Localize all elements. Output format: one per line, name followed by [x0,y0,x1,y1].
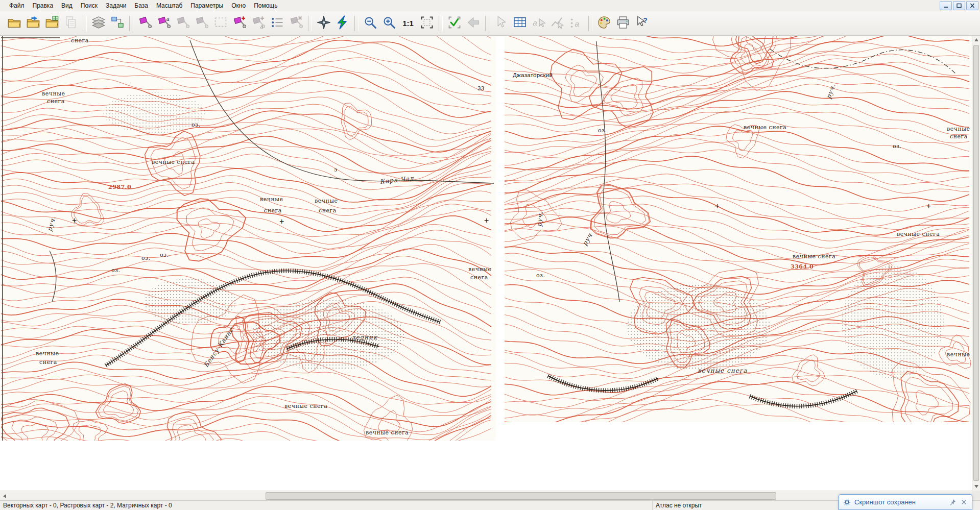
print-button[interactable] [614,14,632,33]
map-panel-left[interactable]: снегавечныеснегаоз.вечные снега2987.0веч… [1,36,496,441]
menu-item-7[interactable]: Масштаб [152,1,186,11]
palette-icon [597,15,611,31]
zoom-out-button[interactable] [361,14,379,33]
copy-map-button[interactable] [62,14,80,33]
left-map-canvas [1,36,496,441]
map-layers-button[interactable] [89,14,108,33]
lamp-plus-a-icon: a [251,15,266,31]
view-objects-button[interactable] [136,14,154,33]
menu-item-3[interactable]: Вид [57,1,77,11]
scroll-up-button[interactable] [972,36,980,44]
vertical-scroll-thumb[interactable] [973,45,979,481]
menu-item-1[interactable]: Файл [5,1,29,11]
frame-icon [420,15,434,31]
view-back-button[interactable] [464,14,483,33]
map-site-button[interactable] [108,14,127,33]
graph-cursor-icon [551,15,565,31]
close-icon [969,2,975,10]
view-objects-alt2-button[interactable] [193,14,211,33]
menu-item-5[interactable]: Задачи [102,1,130,11]
arrow-up-icon [974,38,978,41]
maximize-button[interactable] [953,1,965,10]
fast-redraw-button[interactable] [333,14,352,33]
scale-1-1-button[interactable]: 1:1 [399,14,417,33]
window-controls [940,1,980,10]
view-frame-button[interactable] [418,14,436,33]
status-bar: Векторных карт - 0, Растровых карт - 2, … [0,500,980,510]
objects-text-list-button[interactable]: a [567,14,586,33]
toolbar-separator [83,16,87,31]
object-info-button[interactable]: ? [633,14,651,33]
menu-item-6[interactable]: База [130,1,152,11]
toolbar-separator [588,16,592,31]
scroll-left-button[interactable] [0,491,9,501]
select-area-button[interactable] [211,14,230,33]
toolbar-separator [485,16,489,31]
minimize-icon [943,2,949,10]
select-text-button[interactable]: a [530,14,548,33]
maps-count-status: Векторных карт - 0, Растровых карт - 2, … [0,501,653,510]
objects-list-button[interactable] [268,14,286,33]
svg-text:a: a [260,23,264,30]
add-objects-button[interactable] [230,14,249,33]
layers-icon [91,15,106,31]
scrollbar-corner [972,491,980,500]
select-area-icon [213,15,228,31]
close-button[interactable] [966,1,978,10]
right-map-canvas [505,36,972,422]
view-objects-text-button[interactable]: a [155,14,173,33]
table-view-button[interactable] [511,14,529,33]
arrow-down-icon [974,485,978,488]
menu-item-2[interactable]: Правка [29,1,58,11]
folder-geo-icon [45,15,59,31]
scroll-down-button[interactable] [972,482,980,491]
toolbar: aa1:1aa? [0,11,980,36]
select-object-button[interactable] [492,14,510,33]
vertical-scrollbar[interactable] [972,36,980,491]
table-icon [513,15,527,31]
maximize-icon [956,2,962,10]
atlas-status: Атлас не открыт [653,501,839,510]
view-objects-alt-button[interactable] [174,14,192,33]
bolt-icon [336,15,350,31]
horizontal-scrollbar[interactable] [0,491,972,501]
menu-item-10[interactable]: Помощь [250,1,281,11]
navigator-button[interactable] [315,14,333,33]
select-graphic-button[interactable] [548,14,567,33]
print-icon [616,15,630,31]
folder-open-icon [7,15,21,31]
toolbar-separator [439,16,443,31]
pin-icon[interactable] [949,498,957,506]
svg-text:a: a [533,18,537,27]
help-cursor-icon: ? [635,15,649,31]
notification-text: Скриншот сохранен [854,498,945,506]
open-geo-button[interactable] [43,14,61,33]
map-panel-right[interactable]: Джазаторскийоз.вечные снегаруч.вечныесне… [505,36,972,422]
arrow-left-icon [466,15,481,31]
notification-close-icon[interactable] [960,498,968,506]
add-objects-text-button[interactable]: a [249,14,268,33]
menu-item-8[interactable]: Параметры [186,1,227,11]
zoom-in-button[interactable] [380,14,398,33]
apply-check-button[interactable] [445,14,464,33]
lamp-plus-icon [232,15,247,31]
gis-window: ФайлПравкаВидПоискЗадачиБазаМасштабПарам… [0,0,980,510]
menu-item-4[interactable]: Поиск [77,1,102,11]
remove-objects-button[interactable] [287,14,305,33]
toolbar-separator [129,16,133,31]
svg-text:a: a [166,16,170,22]
menu-item-9[interactable]: Окно [227,1,250,11]
palette-button[interactable] [595,14,613,33]
list-a-icon: a [569,15,584,31]
gear-icon [843,498,851,506]
map-workspace: снегавечныеснегаоз.вечные снега2987.0веч… [0,36,980,491]
check-frame-icon [447,15,462,31]
object-list-icon [270,15,284,31]
site-icon [110,15,125,31]
open-data-button[interactable] [24,14,42,33]
minimize-button[interactable] [940,1,952,10]
open-map-button[interactable] [5,14,23,33]
navigator-icon [317,15,331,31]
lamp-a-icon: a [157,15,171,31]
horizontal-scroll-thumb[interactable] [266,492,776,500]
